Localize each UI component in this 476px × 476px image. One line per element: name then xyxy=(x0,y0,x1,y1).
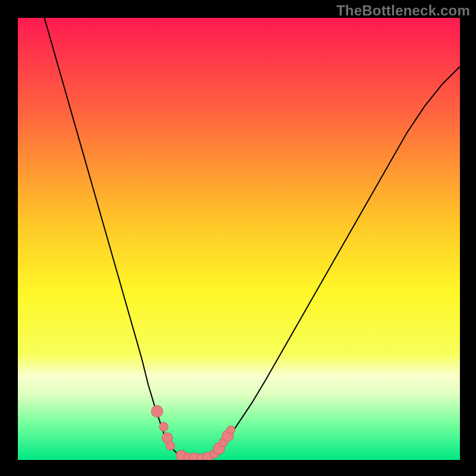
outer-black-frame: TheBottleneck.com xyxy=(0,0,476,476)
data-marker xyxy=(166,441,175,450)
plot-area xyxy=(18,18,460,460)
data-marker xyxy=(227,426,234,434)
data-marker xyxy=(151,406,162,417)
series-left-branch xyxy=(45,18,181,456)
chart-svg xyxy=(18,18,460,460)
series-right-branch xyxy=(212,67,460,455)
watermark-text: TheBottleneck.com xyxy=(336,2,470,19)
data-marker xyxy=(159,422,168,431)
